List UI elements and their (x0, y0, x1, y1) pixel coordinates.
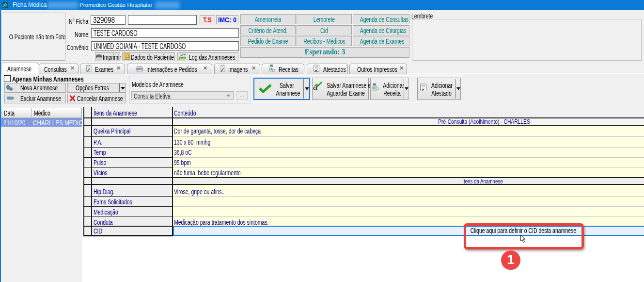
svg-text:ACT: ACT (180, 54, 186, 57)
svg-text:LOG: LOG (180, 57, 186, 60)
